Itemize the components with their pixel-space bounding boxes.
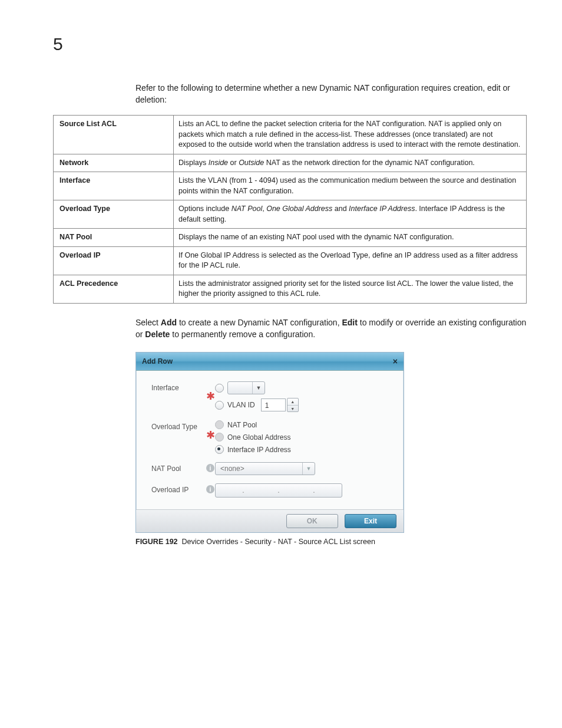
table-row: Source List ACLLists an ACL to define th… xyxy=(54,116,527,154)
spec-table: Source List ACLLists an ACL to define th… xyxy=(53,115,527,304)
table-row-name: ACL Precedence xyxy=(54,275,174,303)
chapter-number: 5 xyxy=(53,34,63,54)
table-row-desc: Options include NAT Pool, One Global Add… xyxy=(174,200,527,229)
chevron-up-icon: ▲ xyxy=(287,398,298,406)
ok-button[interactable]: OK xyxy=(286,514,338,528)
info-icon: i xyxy=(206,464,214,472)
natpool-row: NAT Pool i <none> ▼ xyxy=(151,462,392,475)
overload-type-row: Overload Type ✱ NAT Pool One Global Addr… xyxy=(151,420,392,454)
natpool-label: NAT Pool xyxy=(151,462,206,473)
interface-row: Interface ✱ ▼ VLAN ID 1 ▲ xyxy=(151,381,392,412)
overloadip-row: Overload IP i ... xyxy=(151,483,392,498)
table-row-name: Network xyxy=(54,154,174,172)
table-row: NAT PoolDisplays the name of an existing… xyxy=(54,229,527,247)
interface-dropdown[interactable]: ▼ xyxy=(227,381,265,394)
required-icon: ✱ xyxy=(206,381,215,401)
overload-radio-natpool[interactable] xyxy=(215,420,224,429)
dialog-footer: OK Exit xyxy=(136,509,404,532)
exit-button[interactable]: Exit xyxy=(345,514,396,528)
table-row: NetworkDisplays Inside or Outside NAT as… xyxy=(54,154,527,172)
required-icon: ✱ xyxy=(206,420,215,440)
table-row-desc: If One Global IP Address is selected as … xyxy=(174,246,527,275)
natpool-dropdown[interactable]: <none> ▼ xyxy=(215,462,315,475)
overload-opt-oneglobal: One Global Address xyxy=(227,433,290,442)
instruction-paragraph: Select Add to create a new Dynamic NAT c… xyxy=(135,317,527,341)
vlanid-input[interactable]: 1 xyxy=(261,398,286,411)
table-row-desc: Lists an ACL to define the packet select… xyxy=(174,116,527,154)
figure-caption: FIGURE 192 Device Overrides - Security -… xyxy=(135,538,527,546)
chevron-down-icon: ▼ xyxy=(252,382,265,394)
overload-opt-natpool: NAT Pool xyxy=(227,421,257,429)
table-row: ACL PrecedenceLists the administrator as… xyxy=(54,275,527,303)
overloadip-label: Overload IP xyxy=(151,483,206,494)
table-row: Overload IPIf One Global IP Address is s… xyxy=(54,246,527,275)
table-row-name: Overload Type xyxy=(54,200,174,229)
interface-label: Interface xyxy=(151,381,206,392)
table-row: Overload TypeOptions include NAT Pool, O… xyxy=(54,200,527,229)
overloadip-input[interactable]: ... xyxy=(215,483,342,498)
dialog-title: Add Row xyxy=(142,357,173,365)
table-row-name: Source List ACL xyxy=(54,116,174,154)
table-row-desc: Lists the administrator assigned priorit… xyxy=(174,275,527,303)
add-row-dialog: Add Row × Interface ✱ ▼ VLAN ID xyxy=(135,352,404,533)
table-row-name: Interface xyxy=(54,172,174,200)
overload-radio-ifip[interactable] xyxy=(215,445,224,454)
vlanid-label: VLAN ID xyxy=(227,401,255,409)
table-row-desc: Displays the name of an existing NAT poo… xyxy=(174,229,527,247)
table-row-desc: Lists the VLAN (from 1 - 4094) used as t… xyxy=(174,172,527,200)
overload-type-label: Overload Type xyxy=(151,420,206,431)
chevron-down-icon: ▼ xyxy=(287,406,298,412)
vlanid-spinner[interactable]: ▲ ▼ xyxy=(287,398,299,412)
table-row-name: NAT Pool xyxy=(54,229,174,247)
overload-opt-ifip: Interface IP Address xyxy=(227,446,291,454)
close-icon[interactable]: × xyxy=(393,357,398,366)
info-icon: i xyxy=(206,485,214,493)
interface-radio-vlanid[interactable] xyxy=(215,401,224,410)
intro-paragraph: Refer to the following to determine whet… xyxy=(135,83,527,106)
chevron-down-icon: ▼ xyxy=(302,463,315,475)
dialog-titlebar: Add Row × xyxy=(136,353,404,371)
interface-radio-dropdown[interactable] xyxy=(215,384,224,393)
table-row-desc: Displays Inside or Outside NAT as the ne… xyxy=(174,154,527,172)
table-row-name: Overload IP xyxy=(54,246,174,275)
table-row: InterfaceLists the VLAN (from 1 - 4094) … xyxy=(54,172,527,200)
overload-radio-oneglobal[interactable] xyxy=(215,433,224,442)
